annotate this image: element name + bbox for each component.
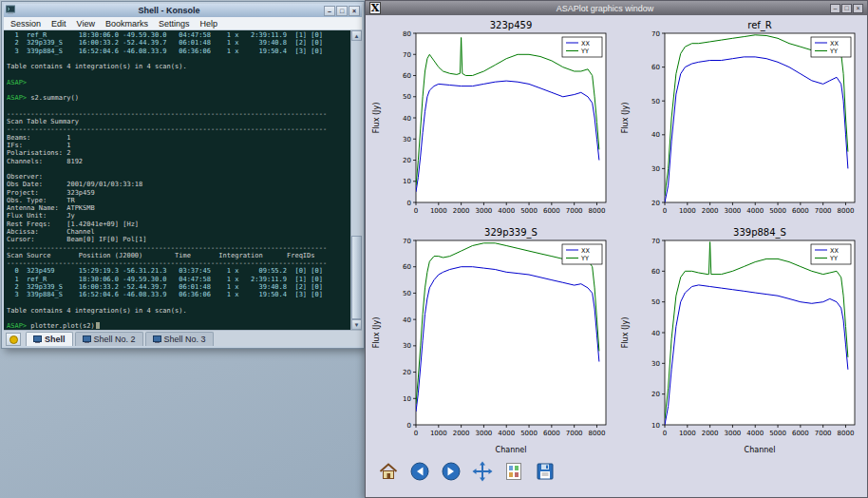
y-tick-label: 30 (651, 165, 660, 173)
subplot-title: 323p459 (490, 20, 533, 30)
x-tick-label: 8000 (838, 207, 855, 215)
legend-label-yy: YY (829, 255, 838, 262)
menu-item-help[interactable]: Help (199, 19, 217, 29)
new-session-icon (9, 335, 18, 344)
y-tick-label: 50 (403, 290, 411, 297)
menu-item-bookmarks[interactable]: Bookmarks (105, 19, 148, 29)
plot-close-button[interactable]: × (853, 4, 863, 13)
minimize-button[interactable]: – (324, 6, 335, 16)
y-tick-label: 0 (407, 422, 411, 430)
terminal-output[interactable]: 1 ref_R 18:30:06.0 -49.59.30.0 04:47:58 … (4, 30, 362, 330)
terminal-line (7, 165, 327, 173)
legend-label-yy: YY (829, 48, 838, 55)
terminal-line: 1 ref_R 18:30:06.0 -49.59.30.0 04:47:58 … (7, 31, 327, 39)
terminal-line: Rest Freqs: [1.42041e+09] [Hz] (7, 220, 327, 228)
subplot-title: 329p339_S (484, 227, 538, 239)
y-tick-label: 40 (651, 131, 660, 139)
terminal-scrollbar[interactable]: ▲ ▼ (350, 30, 362, 330)
terminal-line: ----------------------------------------… (7, 110, 327, 118)
terminal-line: 3 339p884_S 16:52:04.6 -46.08.33.9 06:36… (7, 291, 327, 298)
plot-titlebar[interactable]: X ASAPlot graphics window – □ × (366, 1, 867, 15)
menu-item-edit[interactable]: Edit (51, 19, 66, 29)
new-session-button[interactable] (6, 333, 21, 346)
y-tick-label: 60 (403, 72, 411, 80)
subplot-title: ref_R (747, 20, 772, 31)
terminal-line: ----------------------------------------… (7, 125, 327, 133)
legend-label-xx: XX (581, 40, 590, 48)
terminal-title: Shell - Konsole (18, 6, 320, 15)
terminal-line: Beams: 1 (7, 134, 327, 142)
close-button[interactable]: × (349, 6, 360, 16)
y-tick-label: 70 (651, 30, 660, 38)
x-tick-label: 8000 (589, 207, 606, 215)
x-tick-label: 4000 (498, 207, 515, 215)
y-tick-label: 40 (403, 115, 411, 123)
scrollbar-thumb[interactable] (351, 236, 362, 319)
home-button[interactable] (377, 462, 400, 485)
subplot-323p459[interactable]: 0102030405060708001000200030004000500060… (368, 18, 617, 225)
subplot-329p339_S[interactable]: 0102030405060700100020003000400050006000… (368, 225, 617, 457)
x-tick-label: 7000 (566, 430, 583, 437)
tab-label: Shell (45, 335, 66, 344)
axes-frame (416, 33, 606, 202)
subplot-339p884_S[interactable]: 1020304050607001000200030004000500060007… (617, 225, 866, 457)
terminal-line: ASAP> s2.summary() (7, 94, 327, 102)
shell-tab-icon (153, 335, 161, 343)
subplot-svg-ref_R[interactable]: 2030405060700100020003000400050006000700… (617, 18, 862, 223)
y-tick-label: 60 (403, 263, 411, 271)
x-tick-label: 8000 (589, 430, 606, 437)
y-tick-label: 60 (651, 268, 660, 276)
pan-button[interactable] (471, 462, 494, 485)
subplot-ref_R[interactable]: 2030405060700100020003000400050006000700… (617, 18, 866, 225)
scroll-down-arrow-icon[interactable]: ▼ (351, 319, 362, 330)
axes-frame (665, 33, 855, 202)
scroll-up-arrow-icon[interactable]: ▲ (351, 30, 362, 41)
tab-shell-no-3[interactable]: Shell No. 3 (145, 332, 214, 346)
configure-button[interactable] (502, 462, 525, 485)
terminal-line: Table contains 4 integration(s) in 4 sca… (7, 63, 327, 70)
menu-item-view[interactable]: View (77, 19, 95, 29)
pan-icon (472, 461, 493, 486)
x-axis-label: Channel (745, 446, 776, 454)
terminal-line: Flux Unit: Jy (7, 212, 327, 220)
subplot-svg-329p339_S[interactable]: 0102030405060700100020003000400050006000… (368, 225, 613, 455)
terminal-line: Abcissa: Channel (7, 228, 327, 236)
y-tick-label: 20 (651, 391, 660, 398)
y-tick-label: 50 (403, 93, 411, 101)
menu-item-session[interactable]: Session (10, 19, 41, 29)
shell-tab-icon (33, 335, 42, 343)
menu-item-settings[interactable]: Settings (159, 19, 190, 29)
y-tick-label: 80 (403, 30, 411, 38)
forward-button[interactable] (440, 462, 462, 485)
konsole-icon (6, 5, 15, 16)
terminal-menubar: SessionEditViewBookmarksSettingsHelp (4, 17, 362, 30)
x-tick-label: 3000 (725, 207, 742, 215)
y-tick-label: 70 (403, 238, 411, 245)
x-tick-label: 6000 (543, 207, 560, 215)
axes-frame (665, 240, 855, 425)
scrollbar-track[interactable] (351, 41, 362, 319)
tab-shell[interactable]: Shell (26, 332, 73, 346)
maximize-button[interactable]: □ (336, 6, 348, 16)
legend: XXYY (811, 37, 851, 57)
back-button[interactable] (408, 462, 431, 485)
subplot-svg-339p884_S[interactable]: 1020304050607001000200030004000500060007… (617, 225, 862, 455)
terminal-line (7, 315, 327, 322)
tab-label: Shell No. 3 (164, 335, 206, 344)
subplot-svg-323p459[interactable]: 0102030405060708001000200030004000500060… (368, 18, 613, 223)
configure-icon (503, 461, 524, 486)
x-tick-label: 2000 (702, 207, 719, 215)
tab-shell-no-2[interactable]: Shell No. 2 (75, 332, 143, 346)
x-tick-label: 7000 (566, 207, 583, 215)
save-button[interactable] (534, 462, 557, 485)
terminal-line: Scan Table Summary (7, 118, 327, 125)
terminal-line: 0 323p459 15:29:19.3 -56.31.21.3 03:37:4… (7, 267, 327, 275)
home-icon (378, 461, 399, 486)
x-tick-label: 1000 (430, 207, 447, 215)
terminal-titlebar[interactable]: Shell - Konsole – □ × (4, 4, 362, 17)
x-tick-label: 2000 (702, 430, 719, 437)
plot-minimize-button[interactable]: – (830, 4, 840, 13)
y-tick-label: 20 (403, 369, 411, 376)
plot-maximize-button[interactable]: □ (841, 4, 852, 13)
x-tick-label: 6000 (792, 207, 809, 215)
